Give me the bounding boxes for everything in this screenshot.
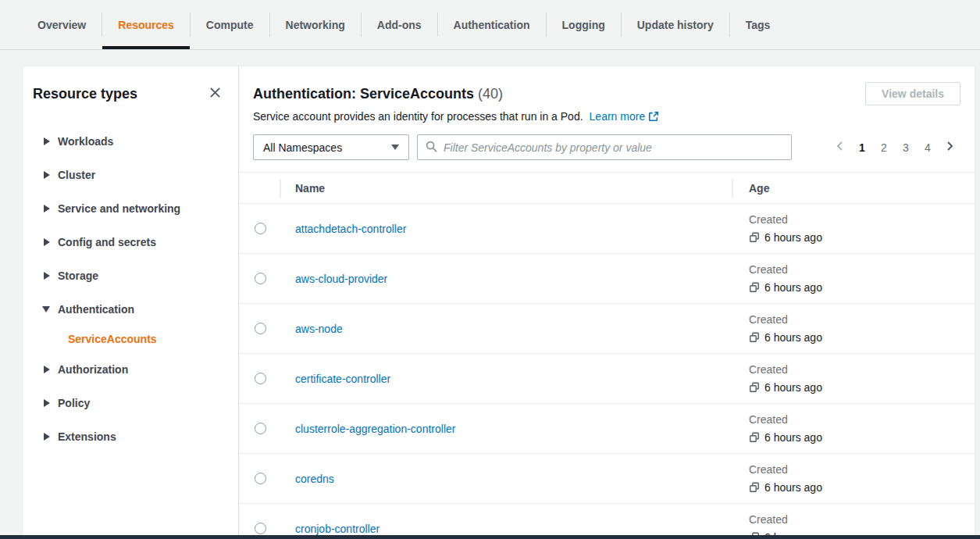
serviceaccount-link[interactable]: coredns <box>295 473 334 485</box>
row-radio-button[interactable] <box>255 523 266 534</box>
row-radio-button[interactable] <box>255 423 266 434</box>
chevron-down-icon <box>42 306 50 312</box>
serviceaccount-link[interactable]: aws-node <box>295 323 343 335</box>
tab-update-history[interactable]: Update history <box>622 0 729 49</box>
age-created-label: Created <box>749 262 975 277</box>
learn-more-link[interactable]: Learn more <box>590 110 660 123</box>
table-row: cronjob-controller Created 6 hours ago <box>239 504 975 539</box>
sidebar-item-label: Service and networking <box>58 202 180 215</box>
chevron-right-icon <box>44 205 50 212</box>
chevron-right-icon <box>44 137 50 145</box>
page-button-4[interactable]: 4 <box>917 137 939 159</box>
row-radio-button[interactable] <box>255 273 266 284</box>
row-radio-button[interactable] <box>255 373 266 384</box>
chevron-right-icon <box>44 433 50 441</box>
caret-down-icon <box>391 145 399 150</box>
resource-type-tree: Workloads Cluster Service and networking… <box>33 124 224 453</box>
chevron-right-icon <box>44 399 50 407</box>
copy-icon[interactable] <box>749 382 760 393</box>
sidebar-item-storage[interactable]: Storage <box>33 259 224 292</box>
age-value-text: 6 hours ago <box>764 230 822 245</box>
page-button-1[interactable]: 1 <box>851 137 873 159</box>
age-cell: Created 6 hours ago <box>732 212 975 245</box>
serviceaccount-link[interactable]: cronjob-controller <box>295 523 380 535</box>
copy-icon[interactable] <box>749 282 760 293</box>
column-header-age: Age <box>732 173 975 203</box>
copy-icon[interactable] <box>749 332 760 343</box>
sidebar-item-label: ServiceAccounts <box>68 333 157 345</box>
external-link-icon <box>648 112 659 124</box>
tab-compute[interactable]: Compute <box>191 0 269 49</box>
sidebar-item-label: Storage <box>58 270 98 282</box>
sidebar-item-extensions[interactable]: Extensions <box>33 419 224 453</box>
cluster-tab-bar: Overview Resources Compute Networking Ad… <box>0 0 980 50</box>
pagination: 1 2 3 4 <box>829 137 960 159</box>
view-details-button[interactable]: View details <box>865 82 960 105</box>
age-cell: Created 6 hours ago <box>732 362 975 395</box>
table-header: Name Age <box>239 173 975 204</box>
sidebar-item-label: Config and secrets <box>58 236 156 248</box>
next-page-button[interactable] <box>939 137 960 159</box>
copy-icon[interactable] <box>749 432 760 443</box>
sidebar-item-label: Cluster <box>58 169 95 181</box>
tab-tags[interactable]: Tags <box>730 0 786 49</box>
sidebar-item-label: Policy <box>58 397 90 409</box>
sidebar-item-authentication[interactable]: Authentication <box>33 292 224 326</box>
row-radio-button[interactable] <box>255 323 266 334</box>
selection-column-header <box>239 173 281 203</box>
page-title: Authentication: ServiceAccounts (40) <box>253 82 503 105</box>
close-sidebar-button[interactable] <box>206 84 224 104</box>
serviceaccount-link[interactable]: clusterrole-aggregation-controller <box>295 423 455 435</box>
sidebar-item-label: Workloads <box>58 135 113 148</box>
sidebar-item-config-and-secrets[interactable]: Config and secrets <box>33 225 224 259</box>
row-radio-button[interactable] <box>255 473 266 484</box>
sidebar-item-cluster[interactable]: Cluster <box>33 158 224 191</box>
sidebar-item-policy[interactable]: Policy <box>33 386 224 419</box>
search-icon <box>426 141 437 155</box>
description-text: Service account provides an identity for… <box>253 110 583 123</box>
table-row: clusterrole-aggregation-controller Creat… <box>239 404 975 454</box>
sidebar-item-service-and-networking[interactable]: Service and networking <box>33 191 224 225</box>
resources-panel: Resource types Workloads Cluster Service… <box>22 66 975 539</box>
namespace-dropdown[interactable]: All Namespaces <box>253 134 409 160</box>
age-created-label: Created <box>749 212 975 227</box>
sidebar-item-authorization[interactable]: Authorization <box>33 352 224 386</box>
age-created-label: Created <box>749 362 975 377</box>
serviceaccount-link[interactable]: attachdetach-controller <box>295 223 406 235</box>
tab-resources[interactable]: Resources <box>102 0 190 49</box>
tab-authentication[interactable]: Authentication <box>438 0 546 49</box>
search-input[interactable] <box>444 141 783 154</box>
page-button-3[interactable]: 3 <box>895 137 917 159</box>
age-value-text: 6 hours ago <box>764 280 822 295</box>
copy-icon[interactable] <box>749 482 760 493</box>
table-row: coredns Created 6 hours ago <box>239 454 975 504</box>
tab-overview[interactable]: Overview <box>22 0 102 49</box>
tab-logging[interactable]: Logging <box>547 0 621 49</box>
age-cell: Created 6 hours ago <box>732 412 975 445</box>
sidebar-item-serviceaccounts[interactable]: ServiceAccounts <box>33 326 224 352</box>
sidebar-item-workloads[interactable]: Workloads <box>33 124 224 158</box>
serviceaccounts-table: Name Age attachdetach-controller Created… <box>239 172 975 539</box>
resource-types-sidebar: Resource types Workloads Cluster Service… <box>23 66 239 539</box>
resource-count: (40) <box>478 86 503 102</box>
age-cell: Created 6 hours ago <box>732 462 975 495</box>
chevron-right-icon <box>44 366 50 373</box>
previous-page-button[interactable] <box>829 137 851 159</box>
search-box <box>417 134 792 160</box>
tab-networking[interactable]: Networking <box>270 0 361 49</box>
page-button-2[interactable]: 2 <box>873 137 895 159</box>
column-header-name: Name <box>281 173 732 203</box>
table-row: aws-cloud-provider Created 6 hours ago <box>239 254 975 304</box>
learn-more-label: Learn more <box>590 110 646 123</box>
chevron-right-icon <box>44 238 50 246</box>
tab-add-ons[interactable]: Add-ons <box>362 0 437 49</box>
serviceaccount-link[interactable]: certificate-controller <box>295 373 390 385</box>
copy-icon[interactable] <box>749 232 760 243</box>
row-radio-button[interactable] <box>255 223 266 234</box>
serviceaccount-link[interactable]: aws-cloud-provider <box>295 273 387 285</box>
description: Service account provides an identity for… <box>253 110 960 124</box>
age-created-label: Created <box>749 412 975 427</box>
age-created-label: Created <box>749 312 975 327</box>
age-created-label: Created <box>749 462 975 477</box>
close-icon <box>209 87 221 101</box>
